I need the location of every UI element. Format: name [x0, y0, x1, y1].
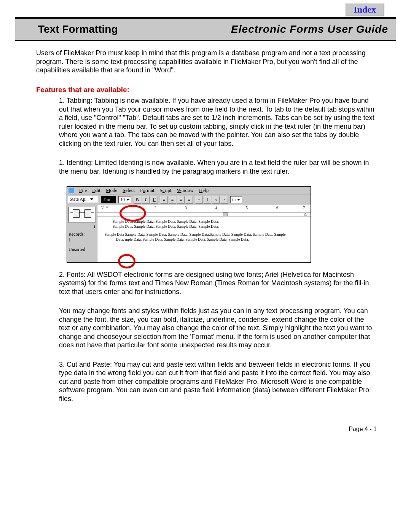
page-header: Text Formatting Electronic Forms User Gu… — [15, 17, 396, 40]
unsorted-label: Unsorted — [68, 247, 96, 252]
screenshot-document-area: 1 2 3 4 5 6 7 ▽ ▽ △ — [97, 205, 311, 262]
features-heading: Features that are available: — [36, 85, 377, 94]
tab-right-button: ¬ — [212, 196, 220, 204]
screenshot-menubar: File Edit Mode Select Format Script Wind… — [67, 187, 311, 195]
sample-line-1: Sample Data. Sample Data. Sample Data. S… — [113, 219, 307, 224]
layout-dropdown-label: State Ap... — [70, 197, 89, 202]
sample-hang-1: Sample Data — [101, 232, 124, 237]
tab-center-button: ⊥ — [204, 196, 211, 204]
record-index: 1 — [68, 224, 96, 230]
sample-line-3: Sample Data. Sample Data. Sample Data. S… — [125, 232, 286, 236]
size-dropdown: 10 — [118, 196, 131, 203]
app-icon — [68, 188, 74, 193]
item-tabbing: 1. Tabbing: Tabbing is now available. If… — [59, 96, 377, 148]
chevron-down-icon — [90, 198, 93, 200]
item-cutpaste: 3. Cut and Paste: You may cut and paste … — [59, 360, 377, 403]
tab-decimal-button: · — [220, 196, 228, 204]
tab-left-button: ⌐ — [195, 196, 203, 204]
book-icon — [68, 207, 96, 223]
document-page: Index Text Formatting Electronic Forms U… — [0, 0, 411, 433]
header-title-left: Text Formatting — [38, 23, 118, 35]
align-left-button: ≡ — [160, 196, 168, 204]
sample-line-4: mple Data. Sample Data. Sample Data. Sam… — [125, 237, 249, 241]
records-label: Records: — [68, 232, 96, 237]
intro-paragraph: Users of FileMaker Pro must keep in mind… — [36, 49, 377, 75]
ruler-end-marker: △ — [304, 212, 307, 217]
align-group: ≡ ≡ ≡ ≡ — [160, 196, 193, 204]
sample-line-2: Sample Data. Sample Data. Sample Data. S… — [113, 224, 307, 229]
screenshot-toolbar: Tim 10 B I U ≡ ≡ ≡ ≡ — [99, 195, 311, 205]
item-identing: 1. Identing: Limited Identing is now ava… — [59, 158, 377, 176]
header-title-right: Electronic Forms User Guide — [231, 23, 388, 35]
screenshot-sidebar: 1 Records: 1 Unsorted — [67, 205, 97, 262]
item-fontchange: You may change fonts and styles within f… — [59, 307, 377, 350]
records-count: 1 — [68, 237, 96, 243]
menu-file: File — [79, 187, 87, 193]
bold-button: B — [134, 196, 141, 204]
style-group: B I U — [134, 196, 158, 204]
menu-script: Script — [160, 187, 172, 193]
sample-hang-2: Data. — [101, 237, 124, 242]
scroll-thumb — [223, 212, 228, 216]
unit-dropdown: in — [230, 196, 242, 203]
layout-dropdown: State Ap... — [68, 196, 98, 203]
font-dropdown: Tim — [101, 196, 116, 203]
text-ruler: 1 2 3 4 5 6 7 ▽ ▽ — [97, 205, 311, 212]
italic-button: I — [142, 196, 150, 204]
menu-window: Window — [177, 187, 194, 193]
content-area: Users of FileMaker Pro must keep in mind… — [36, 49, 377, 403]
screenshot-main: 1 Records: 1 Unsorted 1 2 3 4 5 6 7 ▽ — [67, 205, 311, 262]
menu-mode: Mode — [106, 187, 117, 193]
menu-edit: Edit — [92, 187, 100, 193]
red-circle-annotation-2 — [118, 254, 135, 268]
align-justify-button: ≡ — [185, 196, 193, 204]
align-right-button: ≡ — [177, 196, 185, 204]
chevron-down-icon — [126, 199, 129, 201]
underline-button: U — [150, 196, 158, 204]
header-divider — [15, 40, 396, 41]
menu-format: Format — [140, 187, 155, 193]
index-button[interactable]: Index — [345, 3, 384, 16]
screenshot-text-body: Sample Data. Sample Data. Sample Data. S… — [97, 217, 311, 247]
menu-select: Select — [123, 187, 135, 193]
chevron-down-icon — [237, 199, 240, 201]
page-number: Page 4 - 1 — [0, 426, 377, 433]
menu-help: Help — [199, 187, 209, 193]
item-fonts: 2. Fonts: All WSDOT electronic forms are… — [59, 270, 377, 296]
align-center-button: ≡ — [169, 196, 176, 204]
tab-align-group: ⌐ ⊥ ¬ · — [195, 196, 228, 204]
filemaker-screenshot: File Edit Mode Select Format Script Wind… — [67, 186, 311, 262]
top-bar: Index — [0, 0, 411, 15]
ruler-track: △ — [97, 212, 311, 217]
